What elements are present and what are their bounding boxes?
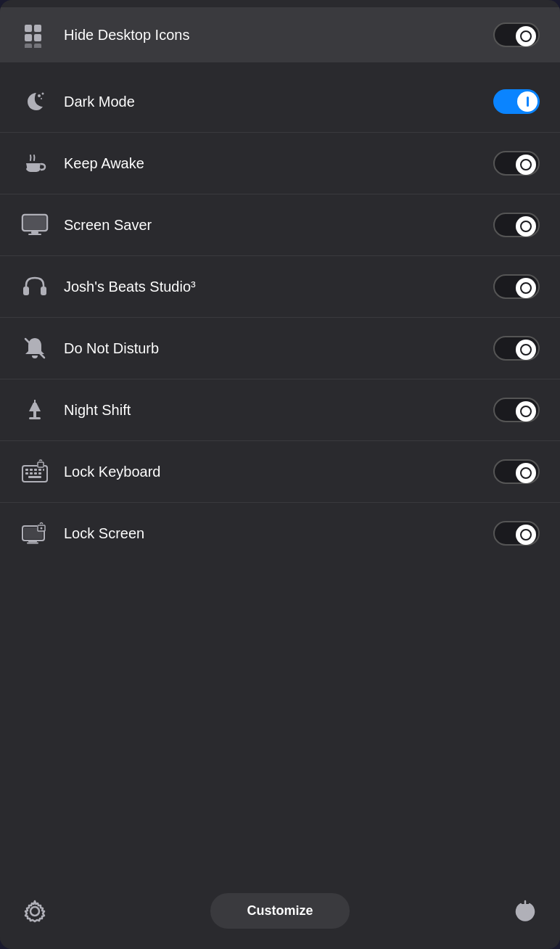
svg-rect-5 — [34, 44, 41, 48]
menu-items-list: Dark Mode Keep Awake — [0, 71, 560, 874]
lock-keyboard-toggle[interactable] — [493, 459, 540, 484]
do-not-disturb-label: Do Not Disturb — [64, 340, 159, 357]
svg-marker-17 — [29, 403, 41, 411]
beats-studio-toggle[interactable] — [493, 274, 540, 299]
svg-rect-15 — [41, 287, 46, 295]
lamp-icon — [20, 395, 49, 424]
svg-rect-4 — [25, 44, 32, 48]
customize-button[interactable]: Customize — [210, 893, 349, 929]
do-not-disturb-row: Do Not Disturb — [0, 318, 560, 379]
svg-point-40 — [41, 527, 43, 530]
gear-icon[interactable] — [20, 897, 49, 926]
svg-rect-1 — [34, 25, 41, 32]
lock-screen-toggle[interactable] — [493, 521, 540, 546]
dark-mode-label: Dark Mode — [64, 94, 135, 110]
beats-studio-label: Josh's Beats Studio³ — [64, 279, 196, 295]
hide-desktop-icons-toggle[interactable] — [493, 22, 540, 47]
power-icon[interactable] — [511, 897, 540, 926]
svg-rect-13 — [28, 234, 41, 235]
svg-rect-26 — [43, 469, 44, 471]
svg-rect-11 — [24, 216, 46, 229]
night-shift-toggle[interactable] — [493, 398, 540, 422]
svg-point-6 — [38, 94, 41, 97]
svg-rect-29 — [34, 472, 37, 474]
night-shift-row: Night Shift — [0, 379, 560, 441]
svg-rect-20 — [34, 400, 36, 403]
svg-rect-18 — [33, 411, 36, 417]
settings-panel: Hide Desktop Icons Dark Mode — [0, 0, 560, 949]
keyboard-icon — [20, 457, 49, 486]
svg-rect-31 — [28, 476, 41, 478]
hide-desktop-icons-label: Hide Desktop Icons — [64, 27, 189, 44]
keep-awake-row: Keep Awake — [0, 133, 560, 194]
lock-screen-icon — [20, 519, 49, 548]
beats-studio-row: Josh's Beats Studio³ — [0, 256, 560, 318]
headphones-icon — [20, 272, 49, 301]
svg-rect-19 — [29, 417, 41, 419]
coffee-icon — [20, 149, 49, 178]
svg-rect-30 — [38, 472, 41, 474]
svg-rect-37 — [27, 543, 38, 544]
dark-mode-toggle[interactable] — [493, 89, 540, 114]
svg-rect-22 — [25, 469, 28, 471]
keep-awake-toggle[interactable] — [493, 151, 540, 176]
hide-desktop-icons-left: Hide Desktop Icons — [20, 20, 189, 49]
svg-rect-2 — [25, 34, 32, 41]
keep-awake-label: Keep Awake — [64, 155, 144, 172]
lock-keyboard-label: Lock Keyboard — [64, 464, 160, 480]
bottom-bar: Customize — [0, 880, 560, 942]
dark-mode-row: Dark Mode — [0, 71, 560, 133]
night-shift-label: Night Shift — [64, 402, 131, 419]
moon-icon — [20, 87, 49, 116]
svg-rect-36 — [28, 541, 37, 543]
svg-rect-24 — [34, 469, 37, 471]
bell-icon — [20, 334, 49, 363]
svg-rect-28 — [30, 472, 33, 474]
lock-screen-row: Lock Screen — [0, 503, 560, 564]
svg-point-7 — [42, 93, 44, 95]
screen-saver-label: Screen Saver — [64, 217, 152, 234]
lock-screen-label: Lock Screen — [64, 525, 144, 542]
do-not-disturb-toggle[interactable] — [493, 336, 540, 361]
svg-point-8 — [41, 98, 42, 99]
svg-rect-27 — [25, 472, 28, 474]
svg-rect-0 — [25, 25, 32, 32]
svg-rect-25 — [38, 469, 41, 471]
screen-saver-toggle[interactable] — [493, 213, 540, 237]
lock-keyboard-row: Lock Keyboard — [0, 441, 560, 503]
screen-saver-row: Screen Saver — [0, 194, 560, 256]
svg-rect-23 — [30, 469, 33, 471]
grid-icon — [20, 20, 49, 49]
svg-rect-3 — [34, 34, 41, 41]
svg-rect-12 — [31, 231, 38, 234]
svg-rect-14 — [23, 287, 29, 295]
monitor-icon — [20, 210, 49, 239]
hide-desktop-icons-row: Hide Desktop Icons — [0, 7, 560, 62]
